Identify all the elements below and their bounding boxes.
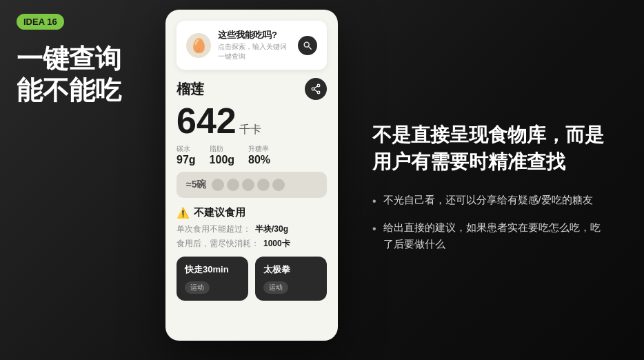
- search-title: 这些我能吃吗?: [218, 29, 291, 41]
- svg-point-0: [304, 42, 309, 47]
- food-result: 榴莲 642 千卡 碳水 97g: [165, 78, 338, 312]
- fat-value: 100g: [210, 154, 234, 166]
- portion-text: ≈5碗: [186, 179, 206, 191]
- svg-line-6: [314, 90, 318, 92]
- food-header: 榴莲: [177, 78, 327, 100]
- title-line2: 能不能吃: [17, 76, 121, 105]
- idea-badge: IDEA 16: [17, 14, 64, 30]
- warning-row-1: 单次食用不能超过： 半块/30g: [177, 223, 327, 235]
- title-line1: 一键查询: [17, 44, 121, 73]
- right-points: 不光自己看，还可以分享给有疑感/爱吃的糖友 给出直接的建议，如果患者实在要吃怎么…: [372, 192, 610, 253]
- portion-circle-2: [227, 179, 239, 191]
- phone-area: 🥚 这些我能吃吗? 点击探索，输入关键词一键查询 榴莲: [165, 10, 338, 360]
- gi-value: 80%: [248, 154, 270, 166]
- main-title: 一键查询 能不能吃: [17, 43, 135, 106]
- right-title: 不是直接呈现食物库，而是用户有需要时精准查找: [372, 121, 610, 175]
- right-panel: 不是直接呈现食物库，而是用户有需要时精准查找 不光自己看，还可以分享给有疑感/爱…: [338, 0, 644, 360]
- exercise-card-1: 快走30min 运动: [177, 257, 248, 301]
- nutrition-gi: 升糖率 80%: [248, 144, 270, 166]
- portion-circle-4: [257, 179, 270, 191]
- food-icon: 🥚: [186, 33, 211, 58]
- warning-icon: ⚠️: [177, 207, 190, 219]
- search-text-area: 这些我能吃吗? 点击探索，输入关键词一键查询: [218, 29, 291, 61]
- warning-row-2: 食用后，需尽快消耗： 1000卡: [177, 238, 327, 250]
- exercise-row: 快走30min 运动 太极拳 运动: [177, 257, 327, 301]
- right-point-1: 不光自己看，还可以分享给有疑感/爱吃的糖友: [372, 192, 610, 210]
- svg-point-2: [317, 84, 320, 87]
- warning-label-2: 食用后，需尽快消耗：: [177, 238, 259, 250]
- calories-unit: 千卡: [239, 123, 261, 137]
- exercise-name-2: 太极拳: [263, 263, 319, 276]
- gi-label: 升糖率: [248, 144, 270, 154]
- search-bar[interactable]: 🥚 这些我能吃吗? 点击探索，输入关键词一键查询: [177, 21, 327, 70]
- fat-label: 脂肪: [210, 144, 234, 154]
- svg-line-1: [309, 46, 312, 49]
- nutrition-fat: 脂肪 100g: [210, 144, 234, 166]
- portion-circle-5: [272, 179, 285, 191]
- right-point-2: 给出直接的建议，如果患者实在要吃怎么吃，吃了后要做什么: [372, 219, 610, 252]
- svg-line-5: [314, 86, 318, 88]
- svg-point-3: [317, 91, 320, 94]
- share-button[interactable]: [305, 78, 327, 100]
- warning-label-1: 单次食用不能超过：: [177, 223, 251, 235]
- search-button[interactable]: [298, 36, 317, 55]
- calories-row: 642 千卡: [177, 103, 327, 139]
- warning-value-1: 半块/30g: [255, 223, 288, 235]
- nutrition-carb: 碳水 97g: [177, 144, 196, 166]
- warning-value-2: 1000卡: [263, 238, 290, 250]
- carb-value: 97g: [177, 154, 196, 166]
- portion-circle-1: [212, 179, 224, 191]
- carb-label: 碳水: [177, 144, 196, 154]
- share-icon: [310, 83, 321, 94]
- exercise-name-1: 快走30min: [185, 263, 240, 276]
- phone-card: 🥚 这些我能吃吗? 点击探索，输入关键词一键查询 榴莲: [165, 10, 338, 341]
- food-name: 榴莲: [177, 80, 204, 99]
- exercise-tag-2: 运动: [263, 281, 288, 294]
- svg-point-4: [312, 88, 314, 90]
- warning-title-text: 不建议食用: [194, 206, 245, 219]
- portion-bar: ≈5碗: [177, 172, 327, 198]
- search-icon: [303, 41, 312, 50]
- nutrition-row: 碳水 97g 脂肪 100g 升糖率 80%: [177, 144, 327, 166]
- exercise-tag-1: 运动: [185, 281, 210, 294]
- portion-circle-3: [242, 179, 254, 191]
- left-panel: IDEA 16 一键查询 能不能吃: [0, 0, 152, 360]
- exercise-card-2: 太极拳 运动: [255, 257, 327, 301]
- search-hint: 点击探索，输入关键词一键查询: [218, 42, 291, 61]
- warning-title: ⚠️ 不建议食用: [177, 206, 327, 219]
- calories-number: 642: [177, 103, 237, 139]
- portion-circles: [212, 179, 285, 191]
- warning-section: ⚠️ 不建议食用 单次食用不能超过： 半块/30g 食用后，需尽快消耗： 100…: [177, 206, 327, 250]
